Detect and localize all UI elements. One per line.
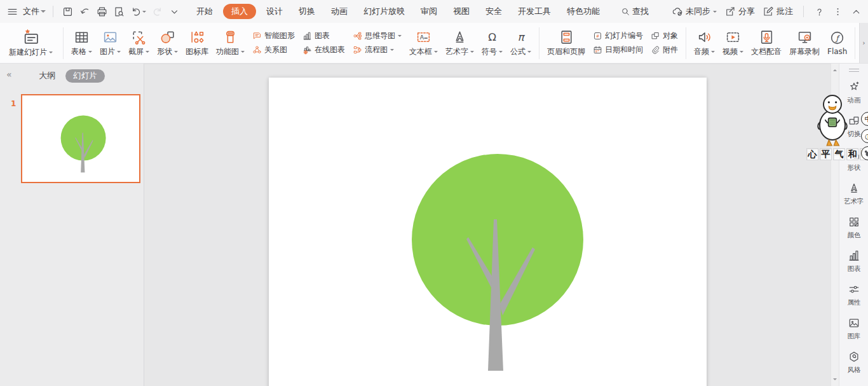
gallery-icon — [848, 317, 860, 329]
dropdown-arrow-icon — [470, 51, 474, 55]
sidebar-properties[interactable]: 属性 — [839, 283, 868, 312]
sidebar-wordart[interactable]: 艺术字 — [839, 182, 868, 211]
dropdown-arrow-icon — [713, 11, 717, 15]
pet-sticker-button[interactable] — [861, 146, 868, 160]
formula-icon: π — [513, 29, 529, 45]
attachment-button[interactable]: 附件 — [651, 45, 678, 55]
print-preview-button[interactable] — [112, 4, 126, 19]
header-footer-button[interactable]: 页眉和页脚 — [543, 27, 589, 59]
comment-button[interactable]: 批注 — [763, 6, 793, 17]
table-button[interactable]: 表格 — [67, 27, 96, 59]
flowchart-button[interactable]: 流程图 — [353, 45, 402, 55]
tab-view[interactable]: 视图 — [447, 4, 475, 19]
ribbon-expand-button[interactable]: › — [859, 23, 868, 63]
file-menu-button[interactable]: 文件 — [23, 6, 46, 17]
collapse-ribbon-button[interactable] — [851, 6, 862, 17]
style-icon — [848, 350, 860, 363]
tab-review[interactable]: 审阅 — [415, 4, 443, 19]
tab-animation[interactable]: 动画 — [325, 4, 353, 19]
ribbon-group-divider — [686, 27, 686, 59]
slide-number-button[interactable]: #幻灯片编号 — [593, 31, 643, 41]
smartart-button[interactable]: 智能图形 — [252, 31, 295, 41]
wordart-button[interactable]: 艺术字 — [442, 27, 478, 59]
kebab-icon — [832, 6, 843, 17]
function-diagram-icon — [222, 29, 238, 45]
mindmap-button[interactable]: 思维导图 — [353, 31, 402, 41]
flash-button-label: Flash — [827, 47, 847, 56]
tab-transition[interactable]: 切换 — [293, 4, 321, 19]
pet-caption-char: 气 — [833, 148, 845, 160]
relation-button[interactable]: 关系图 — [252, 45, 295, 55]
svg-text:A: A — [420, 34, 424, 41]
formula-button[interactable]: π公式 — [506, 27, 535, 59]
audio-button[interactable]: 音频 — [690, 27, 719, 59]
desktop-pet-duck[interactable] — [812, 90, 853, 149]
sidebar-drag-handle[interactable] — [849, 69, 859, 72]
textbox-button[interactable]: A文本框 — [405, 27, 442, 59]
voiceover-button-label: 文档配音 — [751, 46, 782, 57]
redo-button[interactable] — [150, 4, 165, 19]
tree-graphic[interactable] — [269, 78, 707, 386]
print-button[interactable] — [95, 4, 109, 19]
screenshot-button[interactable]: 截屏 — [125, 27, 153, 59]
ribbon-tabs: 开始插入设计切换动画幻灯片放映审阅视图安全开发工具特色功能查找 — [191, 4, 649, 19]
picture-button[interactable]: 图片 — [96, 27, 125, 59]
qat-more-button[interactable] — [167, 4, 182, 19]
wordart-button-label: 艺术字 — [445, 46, 474, 57]
share-button[interactable]: 分享 — [724, 6, 755, 17]
online-chart-button[interactable]: 在线图表 — [302, 45, 345, 55]
chart-button[interactable]: 图表 — [302, 31, 345, 41]
wordart-icon — [848, 182, 860, 195]
slide-page[interactable] — [269, 78, 707, 386]
sync-status-button[interactable]: 未同步 — [672, 6, 717, 17]
help-button[interactable] — [814, 6, 825, 17]
scroll-down-button[interactable] — [833, 378, 837, 382]
flowchart-icon — [353, 45, 362, 55]
voiceover-button[interactable]: 文档配音 — [747, 27, 785, 59]
save-button[interactable] — [60, 4, 75, 19]
function-diagram-button[interactable]: 功能图 — [212, 27, 248, 59]
more-options-button[interactable] — [832, 6, 843, 17]
undo-button[interactable] — [129, 4, 147, 19]
sidebar-style[interactable]: 风格 — [839, 350, 868, 380]
video-button[interactable]: 视频 — [719, 27, 747, 59]
tab-slides[interactable]: 幻灯片 — [65, 69, 105, 83]
search-button[interactable]: 查找 — [620, 6, 649, 17]
sidebar-chart[interactable]: 图表 — [839, 249, 868, 279]
pet-contrast-button[interactable]: ◑ — [861, 129, 868, 143]
scroll-up-button[interactable] — [833, 67, 837, 71]
pet-lang-button[interactable]: 中 — [861, 112, 868, 126]
tab-devtools[interactable]: 开发工具 — [512, 4, 557, 19]
datetime-button[interactable]: 日期和时间 — [593, 45, 643, 55]
symbol-button[interactable]: Ω符号 — [478, 27, 506, 59]
pet-caption: 心平气和鸭 — [806, 148, 868, 160]
new-slide-button[interactable]: 新建幻灯片 — [3, 26, 59, 60]
tab-design[interactable]: 设计 — [261, 4, 288, 19]
object-button[interactable]: 对象 — [651, 31, 678, 41]
tab-insert[interactable]: 插入 — [223, 4, 256, 19]
tab-slideshow[interactable]: 幻灯片放映 — [358, 4, 410, 19]
main-menu-icon[interactable] — [6, 6, 18, 18]
redo-icon — [151, 6, 163, 18]
file-menu-label: 文件 — [23, 6, 39, 17]
chart-icon — [848, 249, 860, 262]
slide-1-thumbnail[interactable] — [21, 94, 140, 183]
screen-record-button-label: 屏幕录制 — [789, 46, 820, 57]
editing-canvas[interactable] — [144, 64, 831, 386]
flash-button[interactable]: ƒFlash — [824, 28, 851, 58]
icon-library-button[interactable]: 图标库 — [182, 27, 212, 59]
panel-collapse-button[interactable]: « — [6, 69, 11, 79]
sidebar-color[interactable]: 颜色 — [839, 216, 868, 245]
export-button[interactable] — [78, 4, 92, 19]
undo-icon — [130, 6, 142, 18]
duck-illustration — [812, 90, 853, 149]
tab-outline[interactable]: 大纲 — [39, 70, 55, 81]
tab-security[interactable]: 安全 — [480, 4, 508, 19]
sidebar-gallery[interactable]: 图库 — [839, 317, 868, 346]
dropdown-arrow-icon — [390, 49, 394, 53]
shapes-button[interactable]: 形状 — [153, 27, 182, 59]
screen-record-button[interactable]: 屏幕录制 — [785, 27, 824, 59]
tab-special-features[interactable]: 特色功能 — [561, 4, 606, 19]
tab-home[interactable]: 开始 — [191, 4, 219, 19]
svg-text:#: # — [596, 34, 599, 38]
